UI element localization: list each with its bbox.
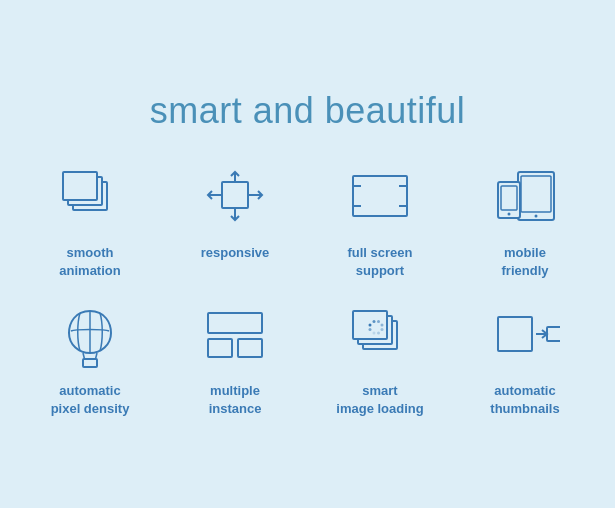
smart-image-loading-label: smartimage loading [336, 382, 423, 418]
multiple-instance-label: multipleinstance [209, 382, 262, 418]
svg-rect-2 [63, 172, 97, 200]
automatic-pixel-density-icon [50, 300, 130, 370]
automatic-thumbnails-icon [485, 300, 565, 370]
smooth-animation-icon [50, 162, 130, 232]
svg-point-26 [377, 320, 380, 323]
responsive-label: responsive [201, 244, 270, 262]
feature-automatic-thumbnails: automaticthumbnails [458, 300, 593, 418]
svg-rect-9 [518, 172, 554, 220]
feature-smooth-animation: smoothanimation [23, 162, 158, 280]
svg-rect-8 [353, 176, 407, 216]
mobile-friendly-icon [485, 162, 565, 232]
svg-point-31 [369, 328, 372, 331]
mobile-friendly-label: mobilefriendly [502, 244, 549, 280]
feature-multiple-instance: multipleinstance [168, 300, 303, 418]
smooth-animation-label: smoothanimation [59, 244, 120, 280]
svg-rect-20 [238, 339, 262, 357]
feature-responsive: responsive [168, 162, 303, 280]
svg-rect-32 [498, 317, 532, 351]
feature-smart-image-loading: smartimage loading [313, 300, 448, 418]
svg-point-24 [369, 323, 372, 326]
svg-point-28 [381, 328, 384, 331]
feature-mobile-friendly: mobilefriendly [458, 162, 593, 280]
feature-full-screen-support: full screensupport [313, 162, 448, 280]
page-title: smart and beautiful [150, 90, 466, 132]
svg-point-11 [535, 215, 538, 218]
automatic-thumbnails-label: automaticthumbnails [490, 382, 559, 418]
svg-point-27 [381, 323, 384, 326]
full-screen-support-icon [340, 162, 420, 232]
svg-rect-18 [208, 313, 262, 333]
automatic-pixel-density-label: automaticpixel density [51, 382, 130, 418]
responsive-icon [195, 162, 275, 232]
full-screen-support-label: full screensupport [347, 244, 412, 280]
main-container: smart and beautiful smoothanimation [13, 70, 603, 439]
svg-point-29 [377, 331, 380, 334]
features-grid: smoothanimation [23, 162, 593, 419]
svg-point-14 [508, 213, 511, 216]
svg-rect-19 [208, 339, 232, 357]
svg-rect-34 [547, 327, 560, 341]
smart-image-loading-icon [340, 300, 420, 370]
svg-rect-10 [521, 176, 551, 212]
svg-point-25 [373, 320, 376, 323]
multiple-instance-icon [195, 300, 275, 370]
svg-rect-3 [222, 182, 248, 208]
feature-automatic-pixel-density: automaticpixel density [23, 300, 158, 418]
svg-point-30 [373, 331, 376, 334]
svg-rect-17 [83, 359, 97, 367]
